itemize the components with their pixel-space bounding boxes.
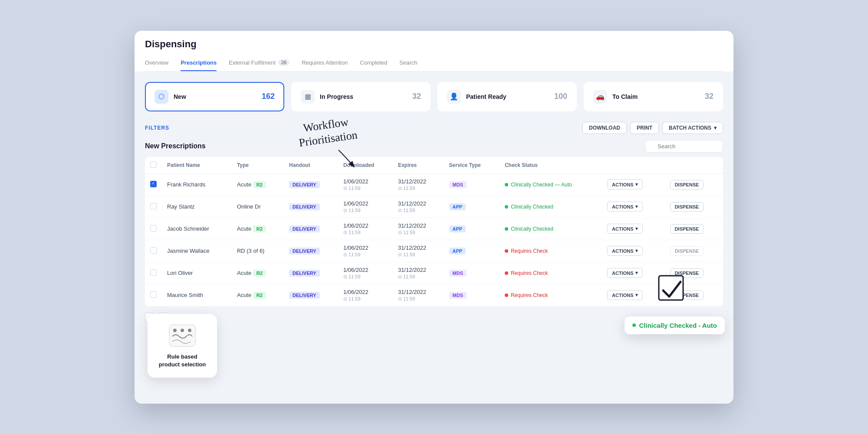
- tab-requires-attention[interactable]: Requires Attention: [302, 56, 348, 71]
- filters-button[interactable]: FILTERS: [145, 125, 169, 131]
- clinically-checked-popup: Clinically Checked - Auto: [625, 317, 725, 334]
- table-body: Frank Richards Acute R2 DELIVERY 1/06/20…: [145, 173, 723, 306]
- check-status-cell: Clinically Checked: [500, 218, 602, 240]
- prescription-type: Acute R2: [232, 173, 284, 196]
- table-row: Jacob Schneider Acute R2 DELIVERY 1/06/2…: [145, 218, 723, 240]
- checked-dot: [632, 323, 636, 327]
- row-checkbox[interactable]: [150, 247, 157, 254]
- expires-cell: 31/12/2022⊙ 11:59: [393, 240, 444, 262]
- actions-button[interactable]: ACTIONS ▾: [607, 202, 643, 212]
- actions-button[interactable]: ACTIONS ▾: [607, 268, 643, 278]
- search-input[interactable]: [645, 140, 723, 153]
- type-badge: R2: [253, 181, 266, 188]
- tab-completed[interactable]: Completed: [360, 56, 387, 71]
- expires-cell: 31/12/2022⊙ 11:59: [393, 196, 444, 218]
- col-handout: Handout: [284, 157, 338, 174]
- check-status-cell: Requires Check: [500, 240, 602, 262]
- actions-button[interactable]: ACTIONS ▾: [607, 246, 643, 256]
- dispense-button[interactable]: DISPENSE: [670, 224, 704, 234]
- check-status-text: Requires Check: [511, 248, 548, 254]
- chevron-down-icon: ▾: [635, 292, 638, 298]
- patient-ready-icon: 👤: [447, 90, 461, 104]
- svg-rect-6: [659, 276, 683, 300]
- status-dot: [505, 271, 508, 275]
- col-type: Type: [232, 157, 284, 174]
- actions-button[interactable]: ACTIONS ▾: [607, 179, 643, 189]
- status-card-in-progress[interactable]: ▦ In Progress 32: [291, 82, 431, 111]
- status-card-patient-ready[interactable]: 👤 Patient Ready 100: [437, 82, 577, 111]
- print-button[interactable]: PRINT: [630, 122, 659, 134]
- to-claim-icon: 🚗: [593, 90, 607, 104]
- row-checkbox[interactable]: [150, 291, 157, 298]
- tab-external-fulfilment[interactable]: External Fulfilment 26: [229, 56, 289, 71]
- in-progress-icon: ▦: [301, 90, 315, 104]
- type-badge: R2: [253, 292, 266, 299]
- actions-cell: ACTIONS ▾: [602, 218, 665, 240]
- status-card-to-claim[interactable]: 🚗 To Claim 32: [584, 82, 723, 111]
- tab-overview[interactable]: Overview: [145, 56, 168, 71]
- chevron-down-icon: ▾: [714, 125, 717, 131]
- window-chrome: Dispensing Overview Prescriptions Extern…: [135, 31, 733, 72]
- downloaded-cell: 1/06/2022⊙ 11:59: [338, 173, 393, 196]
- service-type-badge: MDS: [449, 292, 467, 299]
- service-type-badge: APP: [449, 248, 466, 255]
- row-checkbox[interactable]: [150, 181, 157, 187]
- tab-prescriptions[interactable]: Prescriptions: [181, 56, 217, 71]
- new-icon: ⬡: [155, 90, 168, 104]
- dispense-button[interactable]: DISPENSE: [670, 202, 704, 212]
- svg-point-4: [181, 329, 184, 332]
- page-title: Dispensing: [145, 39, 723, 50]
- check-status-text: Clinically Checked: [511, 226, 553, 232]
- col-patient-name: Patient Name: [162, 157, 232, 174]
- status-dot: [505, 205, 508, 209]
- select-all-checkbox[interactable]: [150, 161, 157, 168]
- downloaded-cell: 1/06/2022⊙ 11:59: [338, 284, 393, 306]
- service-type-cell: MDS: [444, 173, 500, 196]
- handout-badge: DELIVERY: [289, 248, 320, 255]
- status-cards-row: ⬡ New 162 ▦ In Progress 32 👤 Patient Rea…: [145, 82, 723, 111]
- search-wrapper: 🔍: [645, 140, 723, 153]
- table-header-row: New Prescriptions 🔍: [145, 140, 723, 153]
- patient-name: Jacob Schneider: [162, 218, 232, 240]
- dispense-cell: DISPENSE: [665, 218, 723, 240]
- chevron-down-icon: ▾: [635, 248, 638, 254]
- main-window: Dispensing Overview Prescriptions Extern…: [135, 31, 733, 404]
- handout-cell: DELIVERY: [284, 196, 338, 218]
- status-dot: [505, 249, 508, 253]
- tab-search[interactable]: Search: [399, 56, 417, 71]
- feature-label: Rule based product selection: [156, 353, 208, 369]
- expires-cell: 31/12/2022⊙ 11:59: [393, 262, 444, 284]
- check-status-cell: Clinically Checked: [500, 196, 602, 218]
- row-checkbox-cell: [145, 218, 162, 240]
- feature-card: Rule based product selection: [148, 314, 217, 377]
- prescription-type: RD (3 of 6): [232, 240, 284, 262]
- patient-name: Maurice Smith: [162, 284, 232, 306]
- content-area: ⬡ New 162 ▦ In Progress 32 👤 Patient Rea…: [135, 72, 733, 333]
- dispense-button[interactable]: DISPENSE: [670, 180, 704, 189]
- downloaded-cell: 1/06/2022⊙ 11:59: [338, 262, 393, 284]
- prescription-type: Online Dr: [232, 196, 284, 218]
- actions-button[interactable]: ACTIONS ▾: [607, 290, 643, 300]
- check-status-cell: Clinically Checked — Auto: [500, 173, 602, 196]
- batch-actions-button[interactable]: BATCH ACTIONS ▾: [662, 122, 723, 134]
- actions-button[interactable]: ACTIONS ▾: [607, 224, 643, 234]
- dispense-cell: DISPENSE: [665, 240, 723, 262]
- handout-badge: DELIVERY: [289, 203, 320, 210]
- status-dot: [505, 183, 508, 186]
- status-card-new[interactable]: ⬡ New 162: [145, 82, 284, 111]
- actions-cell: ACTIONS ▾: [602, 196, 665, 218]
- row-checkbox[interactable]: [150, 203, 157, 209]
- dispense-button[interactable]: DISPENSE: [670, 246, 704, 256]
- status-dot: [505, 294, 508, 297]
- type-badge: R2: [253, 225, 266, 232]
- actions-cell: ACTIONS ▾: [602, 173, 665, 196]
- row-checkbox[interactable]: [150, 269, 157, 276]
- downloaded-cell: 1/06/2022⊙ 11:59: [338, 240, 393, 262]
- table-row: Ray Stantz Online Dr DELIVERY 1/06/2022⊙…: [145, 196, 723, 218]
- col-dispense: [665, 157, 723, 174]
- dispense-cell: DISPENSE: [665, 196, 723, 218]
- row-checkbox[interactable]: [150, 225, 157, 232]
- download-button[interactable]: DOWNLOAD: [582, 122, 627, 134]
- toolbar: FILTERS DOWNLOAD PRINT BATCH ACTIONS ▾: [145, 122, 723, 134]
- table-row: Lori Oliver Acute R2 DELIVERY 1/06/2022⊙…: [145, 262, 723, 284]
